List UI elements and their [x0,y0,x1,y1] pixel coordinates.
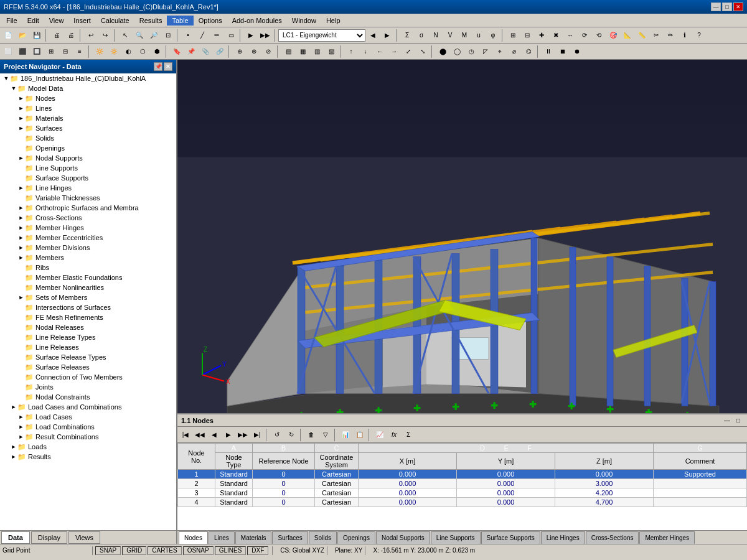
tree-expand-member-div[interactable]: ► [17,245,25,251]
table-tab-line-hinges[interactable]: Line Hinges [541,531,585,544]
table-cell[interactable]: 0.000 [359,470,457,479]
table-tab-solids[interactable]: Solids [309,531,337,544]
status-grid[interactable]: GRID [122,546,146,555]
tree-item-line-release-types[interactable]: 📁Line Release Types [0,332,176,342]
tb-more1[interactable]: ⊞ [506,29,520,42]
table-cell[interactable]: Supported [654,470,747,479]
table-cell[interactable]: Standard [215,470,253,479]
menu-addon[interactable]: Add-on Modules [227,16,287,26]
menu-view[interactable]: View [44,16,69,26]
table-cell[interactable]: 2 [178,479,215,488]
ttb-prev[interactable]: ◀ [207,428,221,442]
table-cell[interactable]: Cartesian [315,470,359,479]
table-tab-nodes[interactable]: Nodes [179,531,208,544]
nav-pin-button[interactable]: 📌 [154,62,162,71]
tb2-36[interactable]: ⏸ [542,45,555,58]
tb-r6[interactable]: u [472,29,486,42]
tb2-5[interactable]: ⊟ [59,45,72,58]
menu-file[interactable]: File [1,16,22,26]
table-tab-nodal-supports[interactable]: Nodal Supports [376,531,430,544]
ttb-graph[interactable]: 📈 [373,428,387,442]
tb-more7[interactable]: ⟲ [592,29,606,42]
tb2-10[interactable]: ⬡ [136,45,149,58]
tb-more13[interactable]: ℹ [678,29,692,42]
tree-item-materials[interactable]: ►📁Materials [0,113,176,123]
status-cartes[interactable]: CARTES [148,546,181,555]
tb2-13[interactable]: 📌 [184,45,198,58]
tb-select[interactable]: ↖ [118,29,132,42]
tb-next[interactable]: ▶ [380,29,394,42]
tree-expand-load-cases[interactable]: ► [17,414,25,420]
tree-item-load-cases[interactable]: ►📁Load Cases [0,412,176,422]
tb2-32[interactable]: ◸ [479,45,492,58]
table-tab-openings[interactable]: Openings [337,531,375,544]
table-cell[interactable]: Standard [215,479,253,488]
tb-more2[interactable]: ⊟ [520,29,534,42]
menu-insert[interactable]: Insert [68,16,96,26]
tb2-16[interactable]: ⊕ [233,45,247,58]
tree-expand-members[interactable]: ► [17,254,25,261]
ttb-export[interactable]: 📊 [339,428,352,442]
tree-item-model[interactable]: ▼📁Model Data [0,83,176,93]
tb-more6[interactable]: ⟳ [578,29,591,42]
tree-expand-result-combs[interactable]: ► [17,434,25,440]
tree-item-joints[interactable]: 📁Joints [0,382,176,392]
tree-item-surface-releases[interactable]: 📁Surface Releases [0,362,176,372]
tb-r1[interactable]: Σ [400,29,414,42]
tb2-29[interactable]: ⬤ [436,45,449,58]
tb2-25[interactable]: ← [373,45,387,58]
tree-item-result-combs[interactable]: ►📁Result Combinations [0,432,176,442]
tree-item-connection-two[interactable]: 📁Connection of Two Members [0,372,176,382]
tree-expand-loads[interactable]: ► [10,444,17,450]
tree-item-surface-release-types[interactable]: 📁Surface Release Types [0,352,176,362]
tree-item-openings[interactable]: 📁Openings [0,143,176,153]
tb-member[interactable]: ═ [210,29,223,42]
tree-item-member-ecc[interactable]: ►📁Member Eccentricities [0,233,176,243]
tb-run[interactable]: ▶ [244,29,258,42]
tb-more14[interactable]: ? [692,29,706,42]
tb2-21[interactable]: ▥ [310,45,324,58]
tree-expand-member-ecc[interactable]: ► [17,235,25,241]
tree-expand-nodes[interactable]: ► [17,95,25,101]
tb-more9[interactable]: 📐 [621,29,634,42]
tree-item-ribs[interactable]: 📁Ribs [0,263,176,273]
tb-new[interactable]: 📄 [1,29,15,42]
tb2-12[interactable]: 🔖 [170,45,184,58]
ttb-refresh[interactable]: ↺ [270,428,284,442]
tb-r2[interactable]: σ [415,29,428,42]
table-cell[interactable]: Cartesian [315,498,359,507]
tree-item-ortho[interactable]: ►📁Orthotropic Surfaces and Membra [0,203,176,213]
tb2-19[interactable]: ▤ [281,45,295,58]
tree-item-line-supports[interactable]: 📁Line Supports [0,163,176,173]
table-cell[interactable]: 3 [178,488,215,498]
table-cell[interactable]: 0.000 [457,488,555,498]
table-cell[interactable]: Standard [215,488,253,498]
tb-node[interactable]: • [181,29,195,42]
tb2-2[interactable]: ⬛ [16,45,29,58]
table-cell[interactable]: 0.000 [359,479,457,488]
tree-item-intersections[interactable]: 📁Intersections of Surfaces [0,302,176,312]
tb-more12[interactable]: ✏ [664,29,677,42]
tab-display[interactable]: Display [31,531,67,544]
tree-item-loads[interactable]: ►📁Loads [0,442,176,452]
table-cell[interactable] [654,498,747,507]
table-cell[interactable]: 0.000 [555,470,654,479]
ttb-next-page[interactable]: ▶▶ [236,428,250,442]
tb2-22[interactable]: ▧ [324,45,338,58]
tb-run2[interactable]: ▶▶ [258,29,272,42]
table-row[interactable]: 2Standard0Cartesian0.0000.0003.000 [178,479,747,488]
tree-expand-model[interactable]: ▼ [10,85,17,91]
tb-r7[interactable]: φ [486,29,500,42]
tree-item-members[interactable]: ►📁Members [0,253,176,263]
tb2-37[interactable]: ⏹ [556,45,570,58]
table-tab-line-supports[interactable]: Line Supports [431,531,481,544]
table-cell[interactable]: 4.700 [555,498,654,507]
tb-more5[interactable]: ↔ [563,29,577,42]
menu-options[interactable]: Options [194,16,227,26]
tree-expand-materials[interactable]: ► [17,115,25,121]
tb-surface[interactable]: ▭ [224,29,238,42]
tb2-20[interactable]: ▦ [296,45,309,58]
tb2-27[interactable]: ⤢ [402,45,415,58]
table-cell[interactable]: 0 [253,488,315,498]
tb2-7[interactable]: 🔆 [93,45,106,58]
